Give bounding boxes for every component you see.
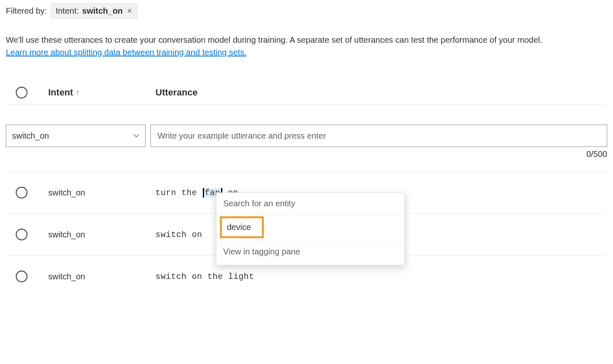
filter-chip-intent[interactable]: Intent: switch_on ✕ [51,3,138,19]
select-all-col [6,87,48,98]
row-radio[interactable] [16,229,27,240]
filter-chip-prefix: Intent: [56,6,79,16]
utterance-header-label: Utterance [155,87,197,98]
row-intent: switch_on [48,230,155,239]
filter-bar: Filtered by: Intent: switch_on ✕ [6,3,607,19]
utterance-input-wrap: 0/500 [150,125,607,159]
entity-search-input[interactable]: Search for an entity [217,193,404,215]
utterance-list: switch_on turn the fan on Search for an … [6,171,607,297]
utterance-input[interactable] [150,125,607,147]
row-intent: switch_on [48,272,155,281]
filter-label: Filtered by: [6,6,47,16]
intent-select[interactable]: switch_on [6,125,145,147]
chevron-down-icon [133,132,139,139]
row-utterance[interactable]: switch on the light [155,272,607,281]
intent-select-value: switch_on [12,131,49,141]
row-radio[interactable] [16,187,27,198]
table-header-row: Intent ↑ Utterance [6,83,607,105]
filter-chip-value: switch_on [82,6,123,16]
description-text: We'll use these utterances to create you… [6,35,542,44]
row-radio[interactable] [16,271,27,282]
utterance-column-header[interactable]: Utterance [155,87,607,98]
table-row[interactable]: switch_on turn the fan on Search for an … [6,171,607,214]
close-icon[interactable]: ✕ [126,8,133,15]
select-all-radio[interactable] [16,87,27,98]
view-in-tagging-pane[interactable]: View in tagging pane [217,240,404,265]
entity-option-device[interactable]: device [220,216,264,238]
entity-picker-popup: Search for an entity device View in tagg… [216,193,405,265]
intent-header-label: Intent [48,87,73,98]
row-intent: switch_on [48,188,155,198]
description-block: We'll use these utterances to create you… [6,34,607,59]
new-utterance-row: switch_on 0/500 [6,125,607,159]
utterance-text-pre: turn the [155,188,202,198]
learn-more-link[interactable]: Learn more about splitting data between … [6,48,246,57]
utterances-table: Intent ↑ Utterance switch_on 0/500 switc… [6,83,607,297]
intent-column-header[interactable]: Intent ↑ [48,87,155,98]
char-counter: 0/500 [150,149,607,159]
sort-up-icon: ↑ [76,88,79,97]
